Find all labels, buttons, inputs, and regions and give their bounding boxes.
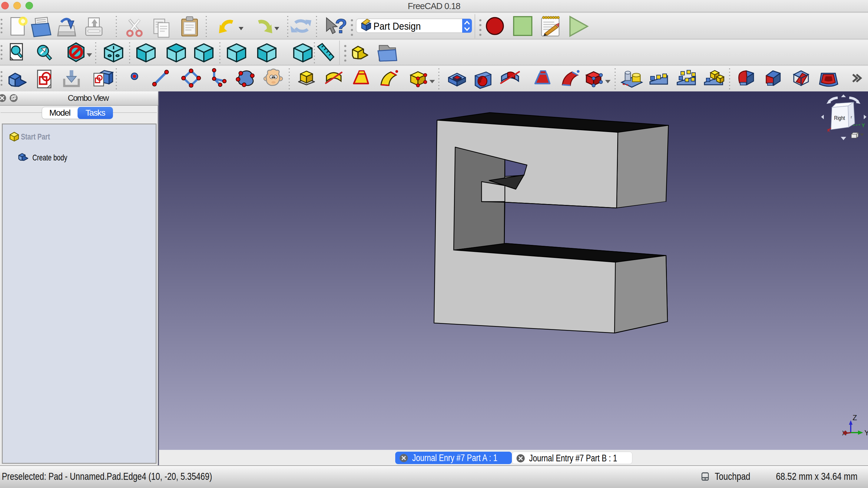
- svg-text:Part Design: Part Design: [373, 20, 421, 32]
- svg-text:Create body: Create body: [32, 153, 67, 162]
- svg-text:Y: Y: [862, 123, 865, 128]
- svg-text:X: X: [827, 128, 830, 133]
- svg-text:Right: Right: [834, 115, 845, 121]
- svg-text:?: ?: [335, 15, 347, 37]
- svg-text:Y: Y: [864, 429, 868, 437]
- svg-text:r: r: [851, 115, 852, 119]
- svg-text:Z: Z: [852, 414, 857, 422]
- svg-text:Start Part: Start Part: [21, 132, 50, 141]
